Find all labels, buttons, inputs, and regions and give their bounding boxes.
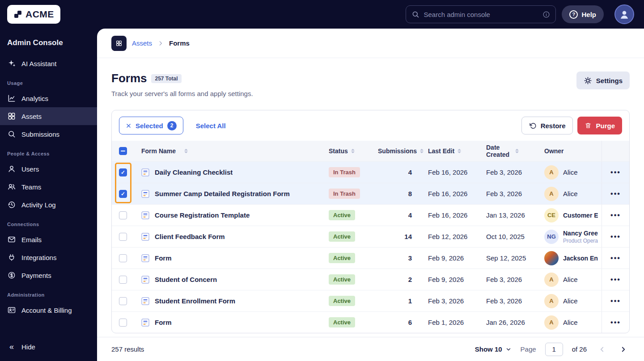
column-header-submissions[interactable]: Submissions xyxy=(374,147,424,155)
form-icon xyxy=(141,211,149,219)
form-icon xyxy=(141,254,149,262)
date-created-cell: Jan 13, 2026 xyxy=(483,211,541,219)
row-checkbox[interactable] xyxy=(119,211,127,219)
submissions-cell: 6 xyxy=(374,319,424,326)
form-name-cell: Course Registration Template xyxy=(137,211,325,219)
sidebar-item-payments[interactable]: Payments xyxy=(0,266,97,284)
pagination-footer: 257 results Show 10 Page of 26 xyxy=(97,337,644,361)
last-edit-cell: Feb 16, 2026 xyxy=(424,190,483,197)
form-name: Course Registration Template xyxy=(155,211,250,219)
form-name-cell: Daily Cleaning Checklist xyxy=(137,168,325,176)
owner-avatar: A xyxy=(544,165,559,180)
select-all-button[interactable]: Select All xyxy=(196,122,226,130)
form-name: Summer Camp Detailed Registration Form xyxy=(155,190,290,197)
actions-cell: ••• xyxy=(602,269,629,290)
person-icon xyxy=(619,8,630,20)
table-header: Form Name Status Submissions Last E xyxy=(112,141,629,161)
next-page-button[interactable] xyxy=(617,343,630,356)
submissions-cell: 1 xyxy=(374,297,424,305)
owner-name: Alice xyxy=(563,319,578,326)
sidebar: Admin Console AI Assistant Usage Analyti… xyxy=(0,29,97,361)
search-input[interactable] xyxy=(424,11,538,18)
actions-cell: ••• xyxy=(602,226,629,247)
settings-button[interactable]: Settings xyxy=(576,71,630,89)
owner-avatar: A xyxy=(544,187,559,201)
info-icon[interactable] xyxy=(542,11,550,18)
acme-logo[interactable]: ACME xyxy=(7,5,60,24)
row-checkbox[interactable] xyxy=(119,297,127,305)
checkbox-cell xyxy=(112,190,137,198)
settings-label: Settings xyxy=(596,77,623,84)
row-menu-button[interactable]: ••• xyxy=(608,295,623,307)
table-row[interactable]: FormActive6Feb 1, 2026Jan 26, 2026AAlice… xyxy=(112,311,629,333)
table-row[interactable]: Student of ConcernActive2Feb 9, 2026Feb … xyxy=(112,269,629,290)
sort-icon[interactable] xyxy=(184,149,188,153)
row-checkbox[interactable] xyxy=(119,168,127,176)
sort-icon[interactable] xyxy=(458,149,461,153)
owner-text: Alice xyxy=(563,168,578,176)
help-button[interactable]: ? Help xyxy=(562,5,604,23)
row-checkbox[interactable] xyxy=(119,233,127,241)
sort-icon[interactable] xyxy=(420,149,424,153)
row-menu-button[interactable]: ••• xyxy=(608,166,623,179)
column-header-form-name[interactable]: Form Name xyxy=(137,147,325,155)
user-avatar[interactable] xyxy=(614,4,634,24)
hide-label: Hide xyxy=(21,343,35,351)
row-menu-button[interactable]: ••• xyxy=(608,231,623,243)
table-row[interactable]: Client Feedback FormActive14Feb 12, 2026… xyxy=(112,226,629,247)
checkbox-cell xyxy=(112,276,137,284)
breadcrumb-assets-link[interactable]: Assets xyxy=(132,39,152,47)
previous-page-button[interactable] xyxy=(596,343,608,356)
sidebar-item-integrations[interactable]: Integrations xyxy=(0,248,97,266)
table-row[interactable]: Student Enrollment FormActive1Feb 3, 202… xyxy=(112,290,629,311)
row-menu-button[interactable]: ••• xyxy=(608,209,623,222)
select-all-checkbox[interactable] xyxy=(119,147,127,155)
clear-selection-button[interactable]: Selected 2 xyxy=(119,117,183,134)
row-menu-button[interactable]: ••• xyxy=(608,273,623,286)
row-menu-button[interactable]: ••• xyxy=(608,188,623,200)
row-checkbox[interactable] xyxy=(119,319,127,327)
date-created-cell: Feb 3, 2026 xyxy=(483,297,541,305)
sidebar-item-teams[interactable]: Teams xyxy=(0,178,97,196)
sidebar-item-emails[interactable]: Emails xyxy=(0,231,97,248)
sidebar-item-assets[interactable]: Assets xyxy=(0,107,97,125)
sidebar-item-ai-assistant[interactable]: AI Assistant xyxy=(0,55,97,72)
row-checkbox[interactable] xyxy=(119,190,127,198)
help-label: Help xyxy=(581,11,596,18)
last-edit-cell: Feb 9, 2026 xyxy=(424,276,483,283)
page-number-input[interactable] xyxy=(545,343,563,356)
sidebar-item-analytics[interactable]: Analytics xyxy=(0,89,97,107)
sidebar-hide-button[interactable]: « Hide xyxy=(0,338,97,356)
sidebar-item-users[interactable]: Users xyxy=(0,160,97,178)
row-menu-button[interactable]: ••• xyxy=(608,252,623,264)
sidebar-item-activity-log[interactable]: Activity Log xyxy=(0,196,97,214)
owner-cell: AAlice xyxy=(541,165,602,180)
sort-icon[interactable] xyxy=(515,149,519,153)
activity-log-icon xyxy=(7,200,16,209)
table-row[interactable]: Daily Cleaning ChecklistIn Trash4Feb 16,… xyxy=(112,161,629,183)
sort-icon[interactable] xyxy=(351,149,355,153)
sidebar-section-usage: Usage xyxy=(0,72,97,89)
date-created-cell: Sep 12, 2025 xyxy=(483,254,541,262)
row-checkbox[interactable] xyxy=(119,254,127,262)
date-created-cell: Feb 3, 2026 xyxy=(483,168,541,176)
owner-cell: NGNancy GreenProduct Operatio xyxy=(541,230,602,244)
column-header-date-created[interactable]: Date Created xyxy=(483,144,541,158)
form-name: Form xyxy=(155,254,172,262)
column-header-last-edit[interactable]: Last Edit xyxy=(424,147,483,155)
sidebar-item-label: Users xyxy=(21,165,39,173)
row-menu-button[interactable]: ••• xyxy=(608,316,623,329)
table-row[interactable]: Summer Camp Detailed Registration FormIn… xyxy=(112,183,629,204)
sidebar-item-submissions[interactable]: Submissions xyxy=(0,125,97,143)
table-rows: Daily Cleaning ChecklistIn Trash4Feb 16,… xyxy=(112,161,629,333)
forms-table-card: Selected 2 Select All Restore Purge xyxy=(111,110,630,333)
sidebar-item-account-billing[interactable]: Account & Billing xyxy=(0,301,97,319)
restore-button[interactable]: Restore xyxy=(521,117,573,134)
table-row[interactable]: FormActive3Feb 9, 2026Sep 12, 2025Jackso… xyxy=(112,247,629,269)
admin-search-bar[interactable] xyxy=(406,5,556,23)
table-row[interactable]: Course Registration TemplateActive4Feb 1… xyxy=(112,204,629,226)
purge-button[interactable]: Purge xyxy=(577,117,622,134)
row-checkbox[interactable] xyxy=(119,276,127,284)
column-header-status[interactable]: Status xyxy=(325,147,374,155)
page-size-select[interactable]: Show 10 xyxy=(475,345,512,353)
